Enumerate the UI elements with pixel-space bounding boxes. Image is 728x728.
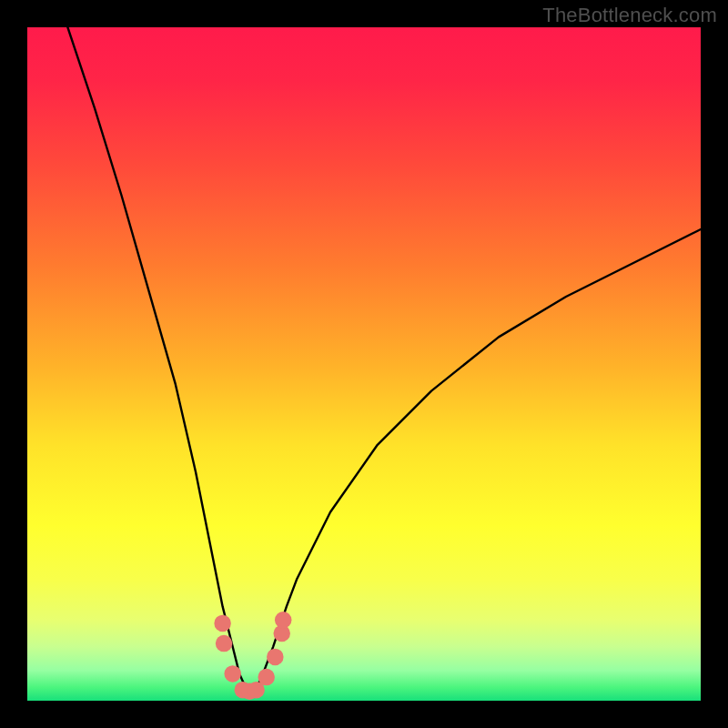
highlight-dot (258, 669, 275, 686)
gradient-background (27, 27, 701, 701)
watermark-label: TheBottleneck.com (542, 4, 717, 27)
highlight-dot (267, 649, 284, 666)
highlight-dot (216, 635, 233, 652)
plot-area (27, 27, 701, 701)
highlight-dot (214, 615, 231, 632)
highlight-dot (275, 612, 292, 629)
highlight-dot (224, 665, 241, 682)
chart-svg (27, 27, 701, 701)
chart-frame: TheBottleneck.com (0, 0, 728, 728)
